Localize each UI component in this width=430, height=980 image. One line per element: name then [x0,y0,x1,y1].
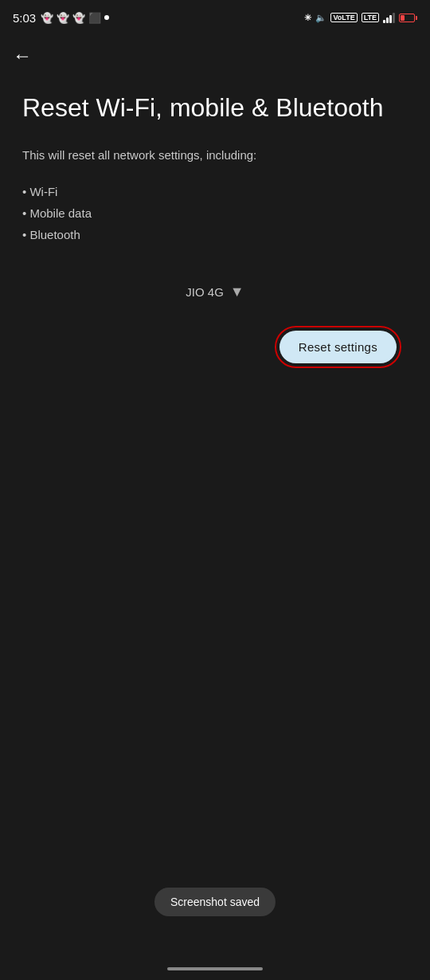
signal-bar-4 [393,13,395,23]
snapchat-icon-1: 👻 [41,12,53,24]
screenshot-toast: Screenshot saved [154,888,276,916]
main-content: Reset Wi-Fi, mobile & Bluetooth This wil… [0,73,430,368]
status-right: ✳ 🔈 VoLTE LTE [304,12,417,23]
volte-icon: VoLTE [330,13,357,23]
lte-icon: LTE [362,13,379,23]
snapchat-icon-2: 👻 [57,12,69,24]
signal-bar-3 [389,15,392,23]
mobile-data-item: • Mobile data [22,202,408,224]
volume-icon: 🔈 [315,13,326,23]
signal-bars [383,12,395,23]
status-left: 5:03 👻 👻 👻 ⬛ [13,11,109,25]
bluetooth-icon: ✳ [304,13,311,23]
status-time: 5:03 [13,11,36,25]
page-title: Reset Wi-Fi, mobile & Bluetooth [22,92,408,123]
signal-bar-2 [386,18,389,23]
battery-icon [399,14,417,22]
network-list: • Wi-Fi • Mobile data • Bluetooth [22,181,408,245]
sim-dropdown-value: JIO 4G [186,285,224,299]
status-bar: 5:03 👻 👻 👻 ⬛ ✳ 🔈 VoLTE LTE [0,0,430,32]
sim-dropdown[interactable]: JIO 4G ▼ [176,277,253,307]
reset-button-highlight: Reset settings [275,326,401,368]
back-button[interactable]: ← [0,32,430,73]
status-icons-left: 👻 👻 👻 ⬛ [41,12,109,24]
reset-settings-button[interactable]: Reset settings [280,331,397,363]
wifi-item: • Wi-Fi [22,181,408,202]
battery-fill [401,15,405,21]
notification-dot [104,15,109,20]
description-text: This will reset all network settings, in… [22,147,408,165]
back-arrow-icon: ← [13,45,32,66]
home-indicator [167,967,263,970]
battery-body [399,14,415,22]
chevron-down-icon: ▼ [230,284,244,300]
sim-dropdown-container: JIO 4G ▼ [22,277,408,307]
reset-button-container: Reset settings [22,326,408,368]
screen-record-icon: ⬛ [88,12,101,24]
snapchat-icon-3: 👻 [72,12,85,24]
signal-bar-1 [383,20,385,23]
bluetooth-item: • Bluetooth [22,224,408,245]
battery-tip [416,16,417,20]
